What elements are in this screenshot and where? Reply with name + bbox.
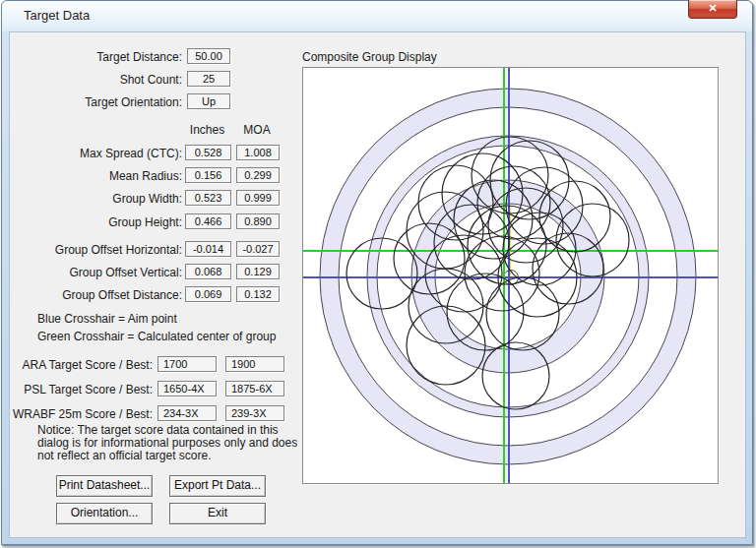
wrabf-score-label: WRABF 25m Score / Best: <box>8 407 153 421</box>
mean-radius-inches-field[interactable]: 0.156 <box>185 167 231 183</box>
exit-button[interactable]: Exit <box>169 503 266 524</box>
group-width-label: Group Width: <box>25 192 182 206</box>
group-offset-vertical-inches-field[interactable]: 0.068 <box>185 264 231 279</box>
group-offset-distance-moa-field[interactable]: 0.132 <box>236 286 280 302</box>
max-spread-label: Max Spread (CTC): <box>25 147 182 160</box>
group-offset-horizontal-moa-field[interactable]: -0.027 <box>236 241 280 257</box>
group-offset-horizontal-inches-field[interactable]: -0.014 <box>185 241 231 257</box>
psl-best-field[interactable]: 1875-6X <box>225 381 284 396</box>
inches-column-header: Inches <box>185 123 229 137</box>
group-offset-distance-inches-field[interactable]: 0.069 <box>185 286 231 302</box>
blue-crosshair-legend: Blue Crosshair = Aim point <box>37 312 177 326</box>
target-distance-label: Target Distance: <box>25 50 182 64</box>
group-offset-vertical-moa-field[interactable]: 0.129 <box>236 264 280 279</box>
group-width-moa-field[interactable]: 0.999 <box>236 190 280 206</box>
composite-group-display-panel <box>302 67 719 484</box>
max-spread-moa-field[interactable]: 1.008 <box>236 145 280 160</box>
print-datasheet-button[interactable]: Print Datasheet... <box>56 475 153 497</box>
shot-count-field[interactable]: 25 <box>187 71 230 87</box>
max-spread-inches-field[interactable]: 0.528 <box>185 145 231 160</box>
ara-score-field[interactable]: 1700 <box>158 356 217 372</box>
notice-text: Notice: The target score data contained … <box>37 424 301 462</box>
group-height-label: Group Height: <box>25 215 182 229</box>
group-offset-distance-label: Group Offset Distance: <box>25 288 182 302</box>
shot-count-label: Shot Count: <box>25 73 182 87</box>
screen: Target Data ✕ Target Distance: 50.00 Sho… <box>0 0 756 548</box>
wrabf-best-field[interactable]: 239-3X <box>225 405 284 421</box>
dialog-titlebar[interactable] <box>2 1 752 31</box>
group-height-moa-field[interactable]: 0.890 <box>236 213 280 229</box>
composite-group-display-label: Composite Group Display <box>302 50 437 64</box>
psl-score-label: PSL Target Score / Best: <box>8 383 153 396</box>
ara-score-label: ARA Target Score / Best: <box>8 358 153 372</box>
orientation-button[interactable]: Orientation... <box>56 503 153 524</box>
export-pt-data-button[interactable]: Export Pt Data... <box>169 475 266 497</box>
target-distance-field[interactable]: 50.00 <box>187 48 230 64</box>
composite-display-svg <box>303 68 718 483</box>
close-icon[interactable]: ✕ <box>688 0 737 19</box>
green-crosshair-legend: Green Crosshair = Calculated center of g… <box>37 330 276 343</box>
mean-radius-moa-field[interactable]: 0.299 <box>236 167 280 183</box>
target-orientation-field[interactable]: Up <box>187 93 230 109</box>
group-offset-vertical-label: Group Offset Vertical: <box>25 266 182 279</box>
target-orientation-label: Target Orientation: <box>25 95 182 109</box>
wrabf-score-field[interactable]: 234-3X <box>158 405 217 421</box>
group-height-inches-field[interactable]: 0.466 <box>185 213 231 229</box>
mean-radius-label: Mean Radius: <box>25 169 182 183</box>
group-width-inches-field[interactable]: 0.523 <box>185 190 231 206</box>
ara-best-field[interactable]: 1900 <box>225 356 284 372</box>
psl-score-field[interactable]: 1650-4X <box>158 381 217 396</box>
group-offset-horizontal-label: Group Offset Horizontal: <box>25 243 182 257</box>
moa-column-header: MOA <box>236 123 278 137</box>
dialog-title: Target Data <box>24 8 90 23</box>
